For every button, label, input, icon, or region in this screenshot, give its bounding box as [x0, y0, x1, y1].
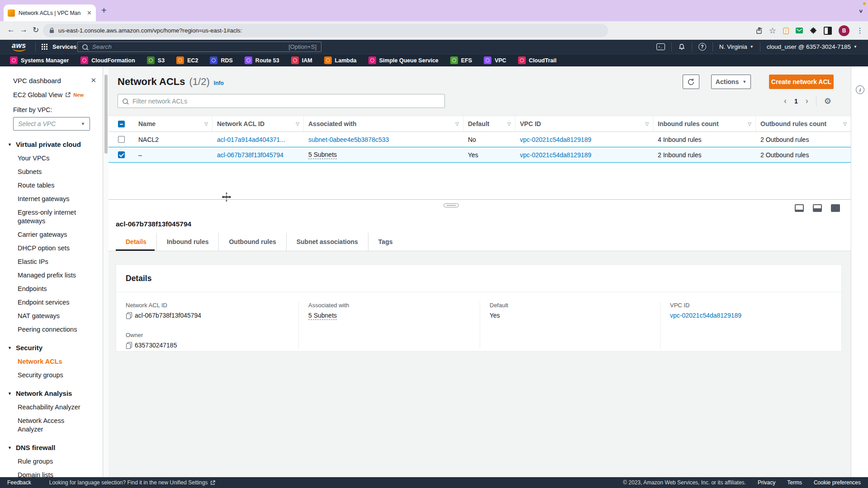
- column-header-inbound-rules-count[interactable]: Inbound rules count▽: [653, 116, 756, 131]
- table-settings-gear-icon[interactable]: ⚙: [824, 96, 831, 106]
- row-checkbox[interactable]: [118, 136, 125, 143]
- column-header-network-acl-id[interactable]: Network ACL ID▽: [212, 116, 304, 131]
- sidebar-item-route-tables[interactable]: Route tables: [18, 181, 90, 190]
- sort-icon[interactable]: ▽: [455, 122, 459, 127]
- tab-inbound-rules[interactable]: Inbound rules: [157, 233, 219, 251]
- panel-layout-full-icon[interactable]: [831, 204, 840, 212]
- info-panel-toggle-icon[interactable]: i: [856, 85, 864, 94]
- sidebar-item-nat-gateways[interactable]: NAT gateways: [18, 312, 90, 320]
- privacy-link[interactable]: Privacy: [758, 479, 775, 486]
- sort-icon[interactable]: ▽: [507, 122, 511, 127]
- terms-link[interactable]: Terms: [787, 479, 802, 486]
- sort-icon[interactable]: ▽: [204, 122, 208, 127]
- sidebar-item-managed-prefix-lists[interactable]: Managed prefix lists: [18, 271, 90, 280]
- sidebar-item-dhcp-option-sets[interactable]: DHCP option sets: [18, 244, 90, 253]
- column-header-outbound-rules-count[interactable]: Outbound rules count▽: [756, 116, 851, 131]
- acl-id-link[interactable]: acl-017a914ad404371...: [217, 136, 285, 143]
- profile-avatar[interactable]: B: [839, 25, 849, 36]
- favorite-vpc[interactable]: VPC: [484, 56, 506, 64]
- favorite-ec2[interactable]: EC2: [176, 56, 198, 64]
- favorite-cloudformation[interactable]: CloudFormation: [80, 56, 135, 64]
- column-header-associated-with[interactable]: Associated with▽: [304, 116, 463, 131]
- sidebar-item-security-groups[interactable]: Security groups: [18, 371, 90, 380]
- global-search-input[interactable]: Search [Option+S]: [77, 42, 321, 52]
- tab-outbound-rules[interactable]: Outbound rules: [219, 233, 286, 251]
- sidebar-title[interactable]: VPC dashboard: [13, 77, 61, 84]
- refresh-button[interactable]: [683, 75, 699, 89]
- section-header[interactable]: ▼DNS firewall: [8, 444, 96, 451]
- share-icon[interactable]: [756, 27, 762, 34]
- favorite-cloudtrail[interactable]: CloudTrail: [518, 56, 557, 64]
- sidebar-item-subnets[interactable]: Subnets: [18, 168, 90, 176]
- vpc-filter-select[interactable]: Select a VPC ▼: [13, 117, 90, 131]
- subnets-tooltip-link[interactable]: 5 Subnets: [308, 312, 337, 320]
- sidebar-item-reachability-analyzer[interactable]: Reachability Analyzer: [18, 403, 90, 412]
- tab-close-icon[interactable]: ✕: [87, 9, 92, 16]
- tab-tags[interactable]: Tags: [368, 233, 403, 251]
- vpc-id-link[interactable]: vpc-02021c54da8129189: [520, 136, 591, 143]
- filter-input[interactable]: [132, 97, 440, 105]
- filter-network-acls-input[interactable]: [118, 94, 445, 108]
- panel-layout-bottom-icon[interactable]: [795, 204, 804, 212]
- favorite-s3[interactable]: S3: [147, 56, 165, 64]
- extension-mail-icon[interactable]: [796, 28, 803, 33]
- reload-button[interactable]: ↻: [33, 25, 39, 35]
- sidebar-item-network-access-analyzer[interactable]: Network Access Analyzer: [18, 417, 90, 434]
- copy-icon[interactable]: [126, 312, 132, 319]
- favorite-sqs[interactable]: Simple Queue Service: [368, 56, 439, 64]
- panel-resize-handle[interactable]: [443, 203, 459, 207]
- info-link[interactable]: Info: [214, 80, 224, 86]
- sort-icon[interactable]: ▽: [748, 122, 751, 127]
- url-bar[interactable]: us-east-1.console.aws.amazon.com/vpc/hom…: [43, 24, 608, 37]
- tab-subnet-associations[interactable]: Subnet associations: [287, 233, 368, 251]
- back-button[interactable]: ←: [7, 25, 15, 34]
- subnet-link[interactable]: subnet-0abee4e5b3878c533: [308, 136, 389, 143]
- select-all-checkbox[interactable]: [118, 121, 125, 127]
- actions-button[interactable]: Actions ▼: [711, 75, 751, 89]
- scrollbar-thumb[interactable]: [104, 75, 108, 154]
- close-icon[interactable]: ✕: [90, 76, 96, 84]
- section-header[interactable]: ▼Virtual private cloud: [8, 141, 96, 148]
- section-header[interactable]: ▼Security: [8, 344, 96, 352]
- tab-details[interactable]: Details: [116, 233, 157, 251]
- forward-button[interactable]: →: [20, 25, 28, 34]
- sidebar-item-elastic-ips[interactable]: Elastic IPs: [18, 258, 90, 266]
- acl-id-link[interactable]: acl-067b738f13f045794: [217, 151, 283, 159]
- browser-tab[interactable]: Network ACLs | VPC Managem ✕: [4, 5, 96, 21]
- extension-clipboard-icon[interactable]: [783, 27, 789, 34]
- current-page[interactable]: 1: [794, 98, 798, 105]
- aws-logo[interactable]: aws: [12, 42, 26, 50]
- account-menu[interactable]: cloud_user @ 6357-3024-7185 ▼: [760, 42, 863, 52]
- favorite-lambda[interactable]: Lambda: [324, 56, 357, 64]
- copy-icon[interactable]: [126, 342, 132, 349]
- favorite-route53[interactable]: Route 53: [245, 56, 279, 64]
- sidebar-scrollbar[interactable]: [104, 66, 108, 477]
- favorite-rds[interactable]: RDS: [210, 56, 232, 64]
- vpc-id-link[interactable]: vpc-02021c54da8129189: [670, 312, 741, 319]
- sort-icon[interactable]: ▽: [645, 122, 649, 127]
- region-selector[interactable]: N. Virginia ▼: [712, 42, 760, 52]
- favorite-systems-manager[interactable]: Systems Manager: [10, 56, 69, 64]
- sidebar-item-network-acls[interactable]: Network ACLs: [18, 357, 90, 366]
- sidebar-item-peering-connections[interactable]: Peering connections: [18, 325, 90, 334]
- sidebar-item-rule-groups[interactable]: Rule groups: [18, 457, 90, 466]
- extension-window-icon[interactable]: [824, 27, 832, 35]
- browser-menu-icon[interactable]: ⋮: [856, 26, 863, 35]
- column-header-name[interactable]: Name▽: [134, 116, 212, 131]
- panel-layout-half-icon[interactable]: [813, 204, 822, 212]
- sidebar-item-internet-gateways[interactable]: Internet gateways: [18, 195, 90, 203]
- vpc-id-link[interactable]: vpc-02021c54da8129189: [520, 151, 591, 159]
- favorite-iam[interactable]: IAM: [291, 56, 312, 64]
- column-header-default[interactable]: Default▽: [463, 116, 515, 131]
- chevron-down-icon[interactable]: ˅: [859, 8, 863, 14]
- column-header-vpc-id[interactable]: VPC ID▽: [515, 116, 653, 131]
- sidebar-item-endpoint-services[interactable]: Endpoint services: [18, 298, 90, 307]
- new-tab-button[interactable]: +: [101, 5, 107, 16]
- section-header[interactable]: ▼Network Analysis: [8, 389, 96, 397]
- favorite-efs[interactable]: EFS: [450, 56, 472, 64]
- subnets-tooltip-link[interactable]: 5 Subnets: [308, 151, 337, 159]
- help-button[interactable]: ?: [692, 42, 712, 52]
- table-row-selected[interactable]: – acl-067b738f13f045794 5 Subnets Yes vp…: [108, 147, 851, 163]
- sidebar-item-carrier-gateways[interactable]: Carrier gateways: [18, 230, 90, 239]
- row-checkbox-checked[interactable]: [118, 151, 125, 158]
